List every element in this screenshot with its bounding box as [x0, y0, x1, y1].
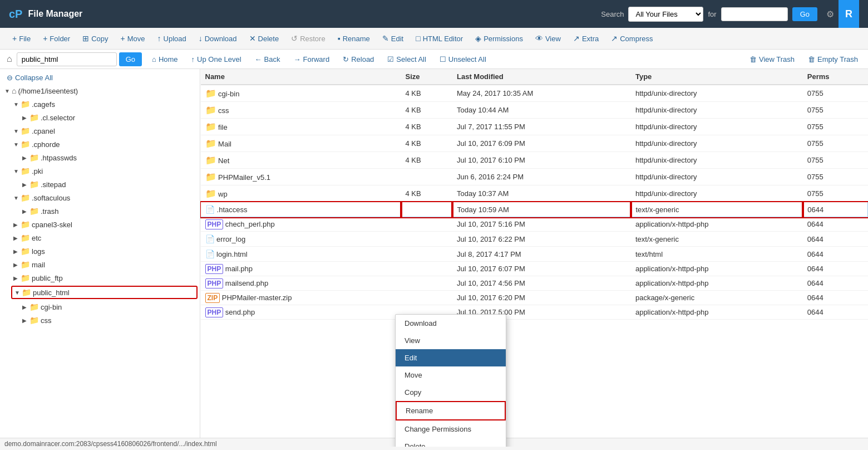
tree-expand-icon[interactable]: ▶: [22, 208, 28, 214]
search-scope-select[interactable]: All Your Files File Names Only File Cont…: [628, 7, 703, 22]
tree-item-public_html[interactable]: ▼📁 public_html: [11, 286, 198, 299]
tree-expand-icon[interactable]: ▼: [13, 168, 19, 174]
table-row[interactable]: 📄 .htaccess Today 10:59 AM text/x-generi…: [201, 202, 868, 217]
table-row[interactable]: 📁 file 4 KB Jul 7, 2017 11:55 PM httpd/u…: [201, 119, 868, 135]
context-menu-item-ctx-delete[interactable]: Delete: [396, 438, 506, 447]
tree-item-cpanel[interactable]: ▼📁 .cpanel: [11, 125, 198, 136]
tree-item-softaculous[interactable]: ▼📁 .softaculous: [11, 192, 198, 203]
context-menu-item-ctx-edit[interactable]: Edit: [396, 349, 506, 366]
unselect-all-button[interactable]: ☐ Unselect All: [434, 53, 492, 66]
tree-expand-icon[interactable]: ▼: [14, 290, 20, 296]
tree-expand-icon[interactable]: ▶: [22, 317, 28, 324]
html-editor-button[interactable]: □ HTML Editor: [410, 31, 468, 46]
path-input[interactable]: [17, 52, 117, 66]
extra-button[interactable]: ↗ Extra: [568, 31, 604, 46]
tree-item-trash[interactable]: ▶📁 .trash: [20, 206, 198, 217]
tree-expand-icon[interactable]: ▼: [4, 88, 10, 94]
view-button[interactable]: 👁 View: [530, 31, 566, 46]
tree-expand-icon[interactable]: ▶: [13, 222, 19, 228]
table-row[interactable]: ZIP PHPMailer-master.zip Jul 10, 2017 6:…: [201, 291, 868, 305]
edit-button[interactable]: ✎ Edit: [377, 31, 409, 46]
settings-icon[interactable]: ⚙: [826, 9, 834, 19]
tree-item-cl-selector[interactable]: ▶📁 .cl.selector: [20, 112, 198, 123]
tree-expand-icon[interactable]: ▼: [13, 128, 19, 134]
file-perms-cell: 0644: [803, 217, 868, 232]
col-perms[interactable]: Perms: [803, 69, 868, 85]
path-home-icon[interactable]: ⌂: [4, 52, 14, 66]
tree-expand-icon[interactable]: ▶: [13, 248, 19, 255]
tree-item-cphorde[interactable]: ▼📁 .cphorde: [11, 139, 198, 150]
table-row[interactable]: PHP mailsend.php Jul 10, 2017 4:56 PM ap…: [201, 276, 868, 291]
tree-item-cgi-bin-sub[interactable]: ▶📁 cgi-bin: [20, 301, 198, 312]
search-input[interactable]: [721, 7, 788, 21]
select-all-button[interactable]: ☑ Select All: [382, 53, 431, 66]
col-size[interactable]: Size: [401, 69, 452, 85]
reload-button[interactable]: ↻ Reload: [337, 53, 379, 66]
table-row[interactable]: 📁 wp 4 KB Today 10:37 AM httpd/unix-dire…: [201, 185, 868, 202]
context-menu-item-ctx-change-permissions[interactable]: Change Permissions: [396, 420, 506, 438]
new-file-button[interactable]: + File: [7, 31, 36, 46]
tree-expand-icon[interactable]: ▶: [22, 155, 28, 161]
context-menu-item-ctx-view[interactable]: View: [396, 332, 506, 349]
table-row[interactable]: 📁 cgi-bin 4 KB May 24, 2017 10:35 AM htt…: [201, 85, 868, 102]
table-row[interactable]: PHP mail.php Jul 10, 2017 6:07 PM applic…: [201, 262, 868, 276]
tree-item-htpasswds[interactable]: ▶📁 .htpasswds: [20, 152, 198, 163]
table-row[interactable]: 📁 css 4 KB Today 10:44 AM httpd/unix-dir…: [201, 102, 868, 119]
rename-button[interactable]: ▪ Rename: [332, 31, 376, 46]
tree-item-pki[interactable]: ▼📁 .pki: [11, 165, 198, 177]
top-bar: cP File Manager Search All Your Files Fi…: [0, 0, 868, 28]
upload-button[interactable]: ↑ Upload: [152, 31, 192, 46]
tree-expand-icon[interactable]: ▼: [13, 101, 19, 107]
delete-button[interactable]: ✕ Delete: [244, 31, 285, 46]
tree-item-cpanel3-skel[interactable]: ▶📁 cpanel3-skel: [11, 219, 198, 230]
table-row[interactable]: 📁 Net 4 KB Jul 10, 2017 6:10 PM httpd/un…: [201, 152, 868, 169]
context-menu-item-ctx-rename[interactable]: Rename: [396, 401, 506, 420]
compress-button[interactable]: ↗ Compress: [605, 31, 658, 46]
context-menu-item-ctx-copy[interactable]: Copy: [396, 384, 506, 401]
empty-trash-button[interactable]: 🗑 Empty Trash: [802, 53, 864, 66]
tree-expand-icon[interactable]: ▶: [13, 262, 19, 268]
tree-item-sitepad[interactable]: ▶📁 .sitepad: [20, 179, 198, 190]
tree-expand-icon[interactable]: ▼: [13, 141, 19, 148]
table-row[interactable]: PHP chech_perl.php Jul 10, 2017 5:16 PM …: [201, 217, 868, 232]
tree-expand-icon[interactable]: ▼: [13, 195, 19, 201]
tree-expand-icon[interactable]: ▶: [13, 235, 19, 241]
table-row[interactable]: 📁 Mail 4 KB Jul 10, 2017 6:09 PM httpd/u…: [201, 135, 868, 152]
tree-expand-icon[interactable]: ▶: [22, 115, 28, 121]
permissions-button[interactable]: ◈ Permissions: [470, 31, 529, 46]
move-button[interactable]: + Move: [115, 31, 151, 46]
forward-button[interactable]: → Forward: [288, 53, 335, 66]
col-type[interactable]: Type: [631, 69, 803, 85]
table-row[interactable]: 📄 error_log Jul 10, 2017 6:22 PM text/x-…: [201, 232, 868, 247]
context-menu-item-ctx-download[interactable]: Download: [396, 315, 506, 332]
home-button[interactable]: ⌂ Home: [146, 53, 184, 66]
tree-expand-icon[interactable]: ▶: [22, 182, 28, 188]
restore-button[interactable]: ↺ Restore: [285, 31, 331, 46]
tree-item-css-sub[interactable]: ▶📁 css: [20, 315, 198, 326]
tree-item-mail[interactable]: ▶📁 mail: [11, 259, 198, 270]
download-button[interactable]: ↓ Download: [193, 31, 243, 46]
tree-folder-icon: 📁: [21, 167, 30, 175]
copy-button[interactable]: ⊞ Copy: [77, 31, 114, 46]
tree-item-logs[interactable]: ▶📁 logs: [11, 246, 198, 257]
col-name[interactable]: Name: [201, 69, 401, 85]
tree-item-cagefs[interactable]: ▼📁 .cagefs: [11, 99, 198, 110]
tree-expand-icon[interactable]: ▶: [22, 304, 28, 310]
up-one-level-button[interactable]: ↑ Up One Level: [186, 53, 247, 66]
path-go-button[interactable]: Go: [119, 52, 142, 66]
tree-item-root[interactable]: ▼⌂ (/home1/iseentest): [2, 85, 198, 96]
col-modified[interactable]: Last Modified: [452, 69, 631, 85]
context-menu-item-ctx-move[interactable]: Move: [396, 366, 506, 384]
tree-expand-icon[interactable]: ▶: [13, 275, 19, 281]
search-go-button[interactable]: Go: [792, 7, 817, 21]
tree-folder-icon: 📁: [21, 193, 30, 202]
table-row[interactable]: PHP send.php Jul 10, 2017 5:00 PM applic…: [201, 305, 868, 320]
table-row[interactable]: 📁 PHPMailer_v5.1 Jun 6, 2016 2:24 PM htt…: [201, 169, 868, 185]
collapse-all-button[interactable]: ⊖ Collapse All: [2, 71, 198, 84]
new-folder-button[interactable]: + Folder: [37, 31, 76, 46]
back-button[interactable]: ← Back: [249, 53, 286, 66]
table-row[interactable]: 📄 login.html Jul 8, 2017 4:17 PM text/ht…: [201, 247, 868, 262]
tree-item-etc[interactable]: ▶📁 etc: [11, 232, 198, 243]
view-trash-button[interactable]: 🗑 View Trash: [744, 53, 800, 66]
tree-item-public_ftp[interactable]: ▶📁 public_ftp: [11, 272, 198, 283]
